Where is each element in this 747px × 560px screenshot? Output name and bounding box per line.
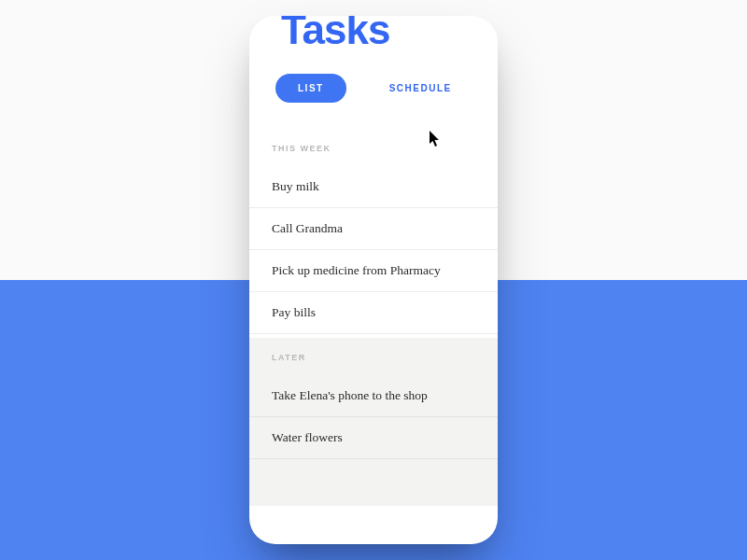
task-item[interactable]: Water flowers — [249, 417, 498, 459]
tab-schedule[interactable]: SCHEDULE — [367, 74, 474, 103]
section-this-week: THIS WEEK Buy milk Call Grandma Pick up … — [249, 129, 498, 334]
task-item[interactable]: Buy milk — [249, 166, 498, 208]
section-header-later: LATER — [249, 338, 498, 375]
phone-frame: Tasks LIST SCHEDULE THIS WEEK Buy milk C… — [249, 16, 498, 544]
tab-list[interactable]: LIST — [275, 74, 346, 103]
task-item[interactable]: Take Elena's phone to the shop — [249, 375, 498, 417]
task-list-later: Take Elena's phone to the shop Water flo… — [249, 375, 498, 459]
task-list-this-week: Buy milk Call Grandma Pick up medicine f… — [249, 166, 498, 334]
section-later: LATER Take Elena's phone to the shop Wat… — [249, 338, 498, 506]
task-item[interactable]: Pay bills — [249, 292, 498, 334]
page-title: Tasks — [249, 16, 498, 53]
task-item[interactable]: Pick up medicine from Pharmacy — [249, 250, 498, 292]
view-tabs: LIST SCHEDULE — [249, 53, 498, 129]
task-item[interactable]: Call Grandma — [249, 208, 498, 250]
section-header-this-week: THIS WEEK — [249, 129, 498, 166]
